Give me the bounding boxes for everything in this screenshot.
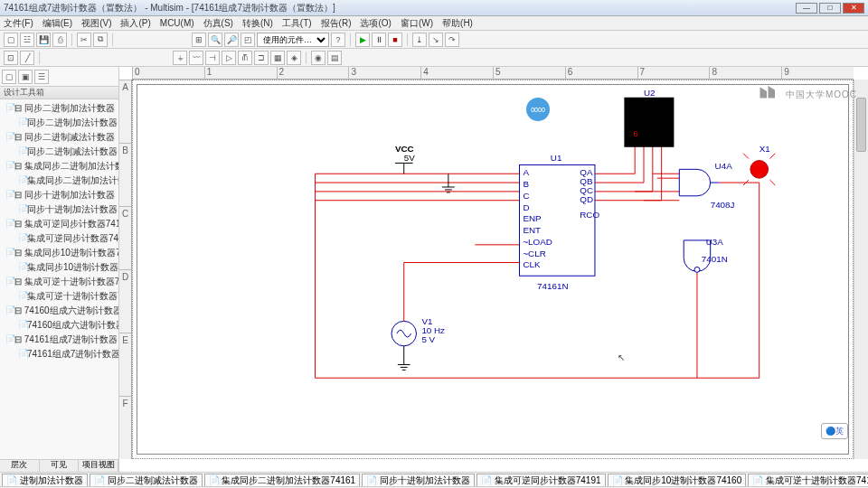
svg-text:ENP: ENP xyxy=(523,213,542,223)
tree-item[interactable]: 📄⊟ 同步十进制加法计数器 xyxy=(2,188,117,202)
copy-icon[interactable]: ⧉ xyxy=(93,33,108,47)
tree-item[interactable]: 📄集成同步二进制加法计数器74161 xyxy=(2,174,117,188)
tree-item[interactable]: 📄同步二进制加法计数器 xyxy=(2,116,117,130)
seven-seg-digit: 6 xyxy=(633,128,638,138)
menu-item[interactable]: 报告(R) xyxy=(321,17,352,30)
probe-icon[interactable]: ◉ xyxy=(311,51,326,65)
step-into-icon[interactable]: ↘ xyxy=(429,33,443,47)
stop-icon[interactable]: ■ xyxy=(388,33,402,47)
doc-tab[interactable]: 📄 集成同步二进制加法计数器74161 xyxy=(204,474,361,486)
doc-tab[interactable]: 📄 同步二进制减法计数器 xyxy=(90,474,203,486)
cursor-icon: ↖ xyxy=(618,352,625,362)
maximize-button[interactable]: □ xyxy=(819,3,841,14)
window-title: 74161组成7进制计数器（置数法） - Multisim - [74161组成… xyxy=(4,2,796,14)
misc-icon[interactable]: ◈ xyxy=(287,51,301,65)
vertical-scrollbar[interactable] xyxy=(854,80,868,459)
component-icon[interactable]: ⊡ xyxy=(4,51,18,65)
svg-line-26 xyxy=(770,180,776,185)
step-over-icon[interactable]: ↷ xyxy=(445,33,459,47)
tree-item[interactable]: 📄⊟ 74161组成7进制计数器（置数法） xyxy=(2,333,117,347)
doc-tab[interactable]: 📄 进制加法计数器 xyxy=(2,474,88,486)
menu-item[interactable]: 视图(V) xyxy=(81,17,111,30)
side-tab[interactable]: 可见 xyxy=(40,460,80,472)
svg-point-27 xyxy=(694,267,700,272)
side-btn-2[interactable]: ▣ xyxy=(18,70,33,84)
menu-item[interactable]: 选项(O) xyxy=(360,17,391,30)
pause-icon[interactable]: ⏸ xyxy=(372,33,386,47)
tree-item[interactable]: 📄⊟ 集成同步二进制加法计数器74161 xyxy=(2,159,117,174)
svg-text:C: C xyxy=(523,191,529,201)
tree-item[interactable]: 📄⊟ 同步二进制减法计数器 xyxy=(2,130,117,145)
ime-badge[interactable]: 🔵英 xyxy=(821,423,848,439)
open-icon[interactable]: ☳ xyxy=(20,33,34,47)
diode-icon[interactable]: ▷ xyxy=(222,51,236,65)
resistor-icon[interactable]: 〰 xyxy=(189,51,203,65)
u4-part: 7408J xyxy=(711,200,735,210)
menu-item[interactable]: 文件(F) xyxy=(4,17,33,30)
doc-tab[interactable]: 📄 集成可逆十进制计数器74190 xyxy=(748,474,868,486)
side-btn-3[interactable]: ☰ xyxy=(34,70,49,84)
design-tree[interactable]: 📄⊟ 同步二进制加法计数器📄同步二进制加法计数器📄⊟ 同步二进制减法计数器📄同步… xyxy=(0,99,118,459)
transistor-icon[interactable]: ⫚ xyxy=(238,51,252,65)
pin-rco: RCO xyxy=(580,210,599,220)
tree-item[interactable]: 📄⊟ 同步二进制加法计数器 xyxy=(2,101,117,116)
zoom-in-icon[interactable]: 🔍 xyxy=(208,33,222,47)
doc-tab[interactable]: 📄 集成同步10进制计数器74160 xyxy=(608,474,747,486)
ruler-vertical: ABCDEF xyxy=(119,80,132,459)
side-btn-1[interactable]: ▢ xyxy=(2,70,16,84)
svg-text:QD: QD xyxy=(580,194,593,204)
svg-point-22 xyxy=(750,161,769,179)
tree-item[interactable]: 📄集成可逆同步计数器74191 xyxy=(2,231,117,246)
doc-tab[interactable]: 📄 同步十进制加法计数器 xyxy=(362,474,475,486)
scope-icon[interactable]: ▤ xyxy=(327,51,342,65)
used-components-combo[interactable]: 使用的元件… xyxy=(257,33,329,47)
run-icon[interactable]: ▶ xyxy=(355,33,370,47)
tree-item[interactable]: 📄74160组成六进制计数器（清零法） xyxy=(2,318,117,333)
tree-item[interactable]: 📄⊟ 集成可逆同步计数器74191 xyxy=(2,217,117,231)
menu-item[interactable]: 仿真(S) xyxy=(203,17,233,30)
v1-amp: 5 V xyxy=(421,334,435,344)
menu-item[interactable]: 插入(P) xyxy=(120,17,150,30)
svg-text:D: D xyxy=(523,202,529,212)
tree-item[interactable]: 📄同步十进制加法计数器 xyxy=(2,202,117,217)
tree-item[interactable]: 📄同步二进制减法计数器 xyxy=(2,145,117,159)
side-tab[interactable]: 项目视图 xyxy=(79,460,118,472)
zoom-out-icon[interactable]: 🔎 xyxy=(224,33,239,47)
u1-ref: U1 xyxy=(551,153,562,163)
tree-item[interactable]: 📄⊟ 74160组成六进制计数器（清零法） xyxy=(2,304,117,318)
menu-item[interactable]: MCU(M) xyxy=(160,18,194,28)
help-icon[interactable]: ? xyxy=(331,33,345,47)
floating-badge[interactable]: 0000 xyxy=(526,98,550,121)
tree-item[interactable]: 📄集成同步10进制计数器74160 xyxy=(2,260,117,275)
gate-icon[interactable]: ⊐ xyxy=(254,51,269,65)
menu-item[interactable]: 窗口(W) xyxy=(401,17,433,30)
minimize-button[interactable]: — xyxy=(796,3,817,14)
menu-item[interactable]: 编辑(E) xyxy=(42,17,72,30)
zoom-fit-icon[interactable]: ⊞ xyxy=(192,33,206,47)
close-button[interactable]: ✕ xyxy=(843,3,864,14)
save-icon[interactable]: 💾 xyxy=(36,33,51,47)
step-icon[interactable]: ⤓ xyxy=(412,33,427,47)
svg-text:B: B xyxy=(523,179,529,189)
tree-item[interactable]: 📄集成可逆十进制计数器74190 xyxy=(2,289,117,304)
print-icon[interactable]: ⎙ xyxy=(52,33,67,47)
zoom-area-icon[interactable]: ◰ xyxy=(241,33,255,47)
menu-item[interactable]: 工具(T) xyxy=(282,17,312,30)
ic-icon[interactable]: ▦ xyxy=(270,51,285,65)
svg-text:~LOAD: ~LOAD xyxy=(523,237,552,247)
capacitor-icon[interactable]: ⊣ xyxy=(205,51,220,65)
menu-item[interactable]: 帮助(H) xyxy=(442,17,473,30)
tree-item[interactable]: 📄⊟ 集成同步10进制计数器74160 xyxy=(2,246,117,260)
new-icon[interactable]: ▢ xyxy=(4,33,18,47)
doc-tab[interactable]: 📄 集成可逆同步计数器74191 xyxy=(476,474,606,486)
tree-item[interactable]: 📄⊟ 集成可逆十进制计数器74190 xyxy=(2,275,117,289)
tree-item[interactable]: 📄74161组成7进制计数器（置数法） xyxy=(2,347,117,361)
menu-item[interactable]: 转换(N) xyxy=(242,17,273,30)
side-tab[interactable]: 层次 xyxy=(0,460,40,472)
wire-icon[interactable]: ╱ xyxy=(20,51,34,65)
svg-rect-20 xyxy=(624,98,674,147)
cut-icon[interactable]: ✂ xyxy=(77,33,91,47)
source-icon[interactable]: ⏚ xyxy=(173,51,187,65)
schematic-canvas[interactable]: VCC 5V U1 74161N ABCDENPENT~LOAD~CLRCLKQ… xyxy=(132,80,854,459)
document-tabs: 📄 进制加法计数器📄 同步二进制减法计数器📄 集成同步二进制加法计数器74161… xyxy=(0,472,868,486)
